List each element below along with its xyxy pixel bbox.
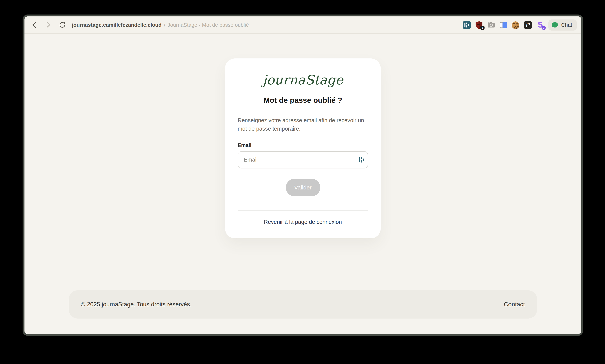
dashlane-autofill-icon[interactable] — [358, 156, 364, 163]
copyright-text: © 2025 journaStage. Tous droits réservés… — [81, 301, 192, 308]
stylus-badge: 3 — [542, 26, 546, 30]
extension-area: 1 f? — [463, 19, 577, 30]
page-title: Mot de passe oublié ? — [238, 96, 368, 105]
font-finder-extension-button[interactable]: f? — [524, 21, 532, 29]
chat-button[interactable]: Chat — [549, 19, 577, 30]
email-input-wrap — [238, 151, 368, 169]
browser-window: journastage.camillefezandelle.cloud / Jo… — [23, 14, 583, 336]
forward-icon — [46, 22, 51, 28]
cookie-icon — [512, 21, 520, 29]
journastage-logo: journaStage — [238, 71, 368, 89]
dashlane-extension-button[interactable] — [463, 21, 471, 29]
screen: journastage.camillefezandelle.cloud / Jo… — [0, 0, 605, 364]
chat-button-label: Chat — [561, 22, 572, 28]
screenshot-extension-button[interactable] — [487, 21, 495, 29]
url-domain: journastage.camillefezandelle.cloud — [72, 22, 162, 28]
browser-toolbar: journastage.camillefezandelle.cloud / Jo… — [25, 16, 581, 34]
email-input[interactable] — [238, 151, 368, 169]
button-row: Valider — [238, 179, 368, 196]
stylus-extension-button[interactable]: S 3 — [536, 21, 544, 29]
forgot-password-card: journaStage Mot de passe oublié ? Rensei… — [225, 58, 381, 238]
tabs-extension-button[interactable] — [500, 21, 508, 29]
contact-link[interactable]: Contact — [504, 301, 525, 308]
back-to-login-link[interactable]: Revenir à la page de connexion — [264, 219, 342, 225]
email-label: Email — [238, 143, 368, 148]
reload-button[interactable] — [58, 21, 67, 29]
adblock-badge: 1 — [481, 26, 485, 30]
page-footer: © 2025 journaStage. Tous droits réservés… — [69, 290, 537, 319]
camera-icon — [487, 21, 495, 29]
address-bar[interactable]: journastage.camillefezandelle.cloud / Jo… — [72, 22, 249, 28]
font-finder-icon: f? — [524, 21, 532, 29]
nav-controls — [30, 21, 67, 29]
url-page-title: JournaStage - Mot de passe oublié — [167, 22, 249, 28]
adblock-extension-button[interactable]: 1 — [475, 21, 483, 29]
cookie-extension-button[interactable] — [512, 21, 520, 29]
chat-bubble-icon — [552, 22, 558, 27]
reload-icon — [59, 21, 66, 28]
back-button[interactable] — [30, 21, 38, 29]
card-divider — [238, 210, 368, 211]
link-row: Revenir à la page de connexion — [238, 219, 368, 225]
valider-button[interactable]: Valider — [286, 179, 320, 196]
tab-front-icon — [503, 22, 507, 28]
instructions-text: Renseignez votre adresse email afin de r… — [238, 116, 368, 133]
page-content: journaStage Mot de passe oublié ? Rensei… — [25, 34, 581, 334]
url-separator: / — [163, 22, 166, 28]
forward-button[interactable] — [44, 21, 52, 29]
dashlane-icon — [463, 21, 471, 29]
back-icon — [31, 22, 37, 28]
